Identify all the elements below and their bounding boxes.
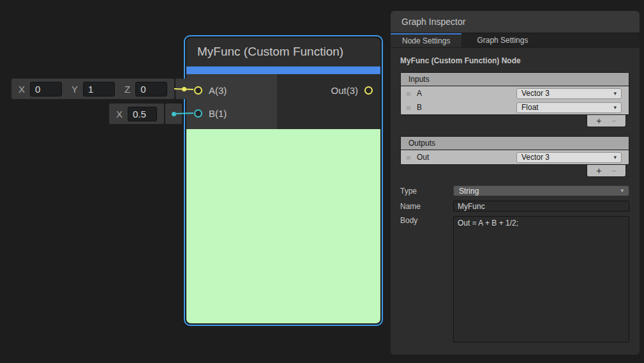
tab-label: Node Settings	[402, 36, 450, 45]
input-port-a[interactable]: A(3)	[186, 82, 277, 98]
drag-handle-icon[interactable]: =	[406, 103, 417, 112]
axis-label-x: X	[116, 109, 123, 120]
port-b-connector-icon[interactable]	[194, 109, 202, 118]
node-preview	[186, 129, 380, 323]
axis-label-y: Y	[71, 84, 78, 95]
drag-handle-icon[interactable]: =	[406, 153, 417, 162]
outputs-section: Outputs = Out Vector 3 ▾	[400, 136, 629, 165]
input-port-b[interactable]: B(1)	[186, 105, 277, 121]
inputs-list-controls: + −	[391, 115, 626, 127]
vector3-fields: X Y Z	[11, 79, 174, 99]
port-b-label: B(1)	[209, 108, 227, 119]
dropdown-value: Vector 3	[521, 89, 550, 98]
input-b-type-dropdown[interactable]: Float ▾	[516, 102, 622, 113]
vector3-x-field[interactable]	[30, 82, 62, 97]
drag-handle-icon[interactable]: =	[406, 89, 417, 98]
axis-label-x: X	[19, 84, 25, 95]
vector3-y-field[interactable]	[83, 82, 115, 97]
body-label: Body	[400, 216, 453, 225]
port-dot-icon[interactable]	[182, 87, 186, 91]
output-row-out[interactable]: = Out Vector 3 ▾	[401, 150, 629, 164]
input-name: B	[417, 103, 516, 112]
inspector-node-heading: MyFunc (Custom Function) Node	[391, 48, 640, 72]
graph-inspector-panel: Graph Inspector Node Settings Graph Sett…	[391, 11, 640, 355]
remove-output-button[interactable]: −	[611, 166, 617, 175]
float-fields: X	[109, 104, 164, 124]
inspector-title: Graph Inspector	[401, 17, 465, 27]
output-port-out[interactable]: Out(3)	[277, 82, 380, 98]
outputs-list-controls: + −	[391, 165, 626, 177]
chevron-down-icon: ▾	[613, 105, 617, 111]
function-body-field[interactable]: Out = A + B + 1/2;	[453, 216, 629, 343]
function-properties: Type String ▾ Name Body Out = A + B + 1/…	[391, 185, 640, 343]
node-output-ports: Out(3)	[277, 74, 380, 129]
vector3-z-field[interactable]	[135, 82, 167, 97]
tab-label: Graph Settings	[477, 36, 528, 45]
inspector-body: MyFunc (Custom Function) Node Inputs = A…	[391, 48, 640, 355]
vector3-output-port[interactable]	[176, 79, 192, 99]
port-dot-icon[interactable]	[172, 112, 176, 116]
function-name-field[interactable]	[453, 201, 629, 212]
type-dropdown[interactable]: String ▾	[453, 185, 629, 196]
inspector-header[interactable]: Graph Inspector	[391, 11, 640, 33]
add-input-button[interactable]: +	[596, 116, 601, 125]
add-output-button[interactable]: +	[596, 166, 601, 175]
inputs-section-title: Inputs	[401, 73, 629, 86]
vector3-input-widget: X Y Z	[11, 79, 192, 99]
type-label: Type	[400, 187, 453, 196]
chevron-down-icon: ▾	[613, 91, 617, 97]
input-a-type-dropdown[interactable]: Vector 3 ▾	[516, 88, 622, 99]
custom-function-node[interactable]: MyFunc (Custom Function) A(3) B(1) Out(3…	[184, 35, 383, 326]
input-row-a[interactable]: = A Vector 3 ▾	[401, 86, 629, 100]
port-out-connector-icon[interactable]	[364, 86, 373, 95]
float-input-widget: X	[109, 104, 182, 124]
chevron-down-icon: ▾	[620, 188, 624, 194]
remove-input-button[interactable]: −	[611, 116, 617, 125]
node-input-ports: A(3) B(1)	[186, 74, 277, 129]
axis-label-z: Z	[124, 84, 130, 95]
input-name: A	[417, 89, 516, 98]
node-selection-bar	[186, 66, 380, 74]
dropdown-value: Float	[521, 103, 539, 112]
port-a-label: A(3)	[209, 85, 227, 96]
name-label: Name	[400, 202, 453, 211]
tab-node-settings[interactable]: Node Settings	[391, 33, 461, 47]
output-name: Out	[417, 153, 516, 162]
dropdown-value: Vector 3	[521, 153, 550, 162]
dropdown-value: String	[459, 187, 479, 196]
inputs-section: Inputs = A Vector 3 ▾ = B Float ▾	[400, 72, 629, 115]
port-a-connector-icon[interactable]	[194, 86, 202, 95]
port-out-label: Out(3)	[331, 85, 358, 96]
float-output-port[interactable]	[165, 104, 182, 124]
node-ports: A(3) B(1) Out(3)	[186, 74, 380, 129]
float-x-field[interactable]	[128, 107, 157, 121]
chevron-down-icon: ▾	[613, 155, 617, 160]
outputs-section-title: Outputs	[401, 137, 629, 150]
node-title: MyFunc (Custom Function)	[186, 38, 380, 66]
output-out-type-dropdown[interactable]: Vector 3 ▾	[516, 152, 622, 163]
input-row-b[interactable]: = B Float ▾	[401, 100, 629, 114]
tab-graph-settings[interactable]: Graph Settings	[461, 33, 543, 47]
inspector-tab-bar: Node Settings Graph Settings	[391, 33, 640, 47]
